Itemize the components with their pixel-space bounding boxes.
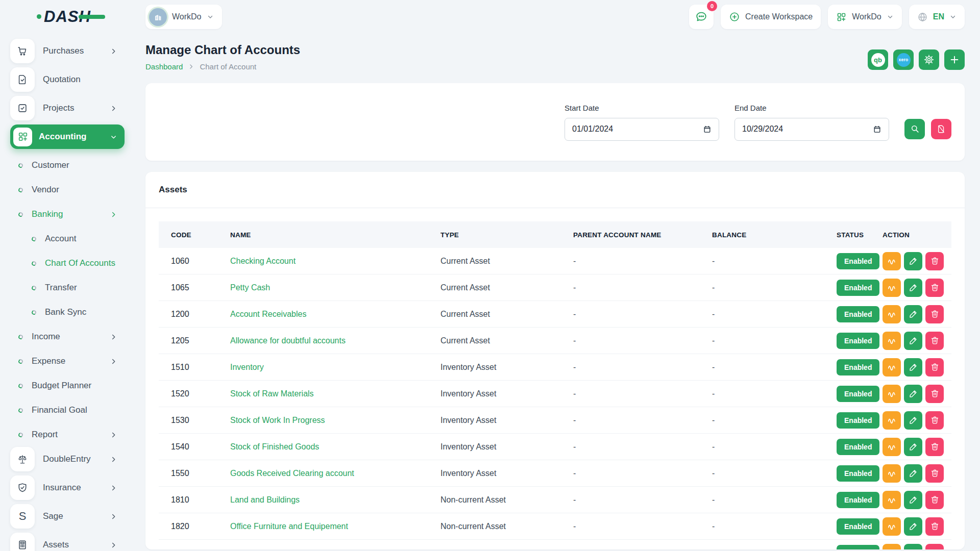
delete-button[interactable]	[925, 517, 944, 536]
status-badge[interactable]: Enabled	[837, 386, 879, 402]
calendar-icon[interactable]	[873, 125, 881, 134]
edit-button[interactable]	[904, 517, 922, 536]
status-badge[interactable]: Enabled	[837, 492, 879, 508]
transactions-button[interactable]	[883, 385, 901, 403]
transactions-button[interactable]	[883, 305, 901, 323]
wave-icon	[886, 415, 897, 426]
xero-button[interactable]: xero	[893, 49, 914, 70]
account-name-link[interactable]: Stock of Work In Progress	[230, 416, 325, 424]
sidebar-item-customer[interactable]: Customer	[10, 153, 125, 178]
sidebar-item-bank-sync[interactable]: Bank Sync	[10, 300, 125, 324]
messages-button[interactable]: 0	[689, 5, 714, 29]
transactions-button[interactable]	[883, 544, 901, 549]
pencil-icon	[909, 468, 918, 478]
create-workspace-button[interactable]: Create Workspace	[721, 5, 821, 29]
delete-button[interactable]	[925, 411, 944, 430]
sidebar-item-income[interactable]: Income	[10, 324, 125, 349]
delete-button[interactable]	[925, 464, 944, 483]
transactions-button[interactable]	[883, 279, 901, 297]
sidebar-item-projects[interactable]: Projects	[10, 96, 125, 120]
transactions-button[interactable]	[883, 438, 901, 456]
account-name-link[interactable]: Goods Received Clearing account	[230, 469, 354, 478]
delete-button[interactable]	[925, 358, 944, 377]
sidebar-item-budget-planner[interactable]: Budget Planner	[10, 373, 125, 398]
breadcrumb-dashboard-link[interactable]: Dashboard	[145, 62, 183, 71]
account-name-link[interactable]: Land and Buildings	[230, 495, 300, 504]
delete-button[interactable]	[925, 305, 944, 323]
status-badge[interactable]: Enabled	[837, 253, 879, 269]
edit-button[interactable]	[904, 491, 922, 509]
apply-filter-button[interactable]	[904, 119, 925, 139]
edit-button[interactable]	[904, 411, 922, 430]
account-name-link[interactable]: Account Receivables	[230, 310, 306, 318]
calendar-icon[interactable]	[703, 125, 712, 134]
account-name-link[interactable]: Inventory	[230, 363, 264, 371]
sidebar-item-assets[interactable]: Assets	[10, 533, 125, 551]
transactions-button[interactable]	[883, 332, 901, 350]
sidebar-item-quotation[interactable]: Quotation	[10, 67, 125, 92]
edit-button[interactable]	[904, 252, 922, 270]
sidebar-item-banking[interactable]: Banking	[10, 202, 125, 227]
language-selector[interactable]: EN	[909, 5, 965, 29]
sidebar-item-transfer[interactable]: Transfer	[10, 276, 125, 300]
edit-button[interactable]	[904, 544, 922, 549]
sidebar-item-report[interactable]: Report	[10, 422, 125, 447]
transactions-button[interactable]	[883, 517, 901, 536]
account-name-link[interactable]: Stock of Raw Materials	[230, 389, 314, 398]
transactions-button[interactable]	[883, 358, 901, 377]
add-account-button[interactable]	[944, 49, 965, 70]
account-name-link[interactable]: Checking Account	[230, 257, 296, 265]
table-header: CODENAMETYPEPARENT ACCOUNT NAMEBALANCEST…	[159, 221, 951, 248]
transactions-button[interactable]	[883, 491, 901, 509]
quickbooks-button[interactable]: qb	[868, 49, 888, 70]
edit-button[interactable]	[904, 305, 922, 323]
delete-button[interactable]	[925, 332, 944, 350]
status-badge[interactable]: Enabled	[837, 439, 879, 455]
sidebar-item-vendor[interactable]: Vendor	[10, 178, 125, 202]
sidebar-item-expense[interactable]: Expense	[10, 349, 125, 373]
status-badge[interactable]: Enabled	[837, 359, 879, 375]
edit-button[interactable]	[904, 438, 922, 456]
edit-button[interactable]	[904, 358, 922, 377]
delete-button[interactable]	[925, 385, 944, 403]
status-badge[interactable]: Enabled	[837, 545, 879, 549]
sidebar-item-accounting[interactable]: Accounting	[10, 124, 125, 149]
sidebar-item-purchases[interactable]: Purchases	[10, 39, 125, 63]
sidebar-item-chart-of-accounts[interactable]: Chart Of Accounts	[10, 251, 125, 276]
delete-button[interactable]	[925, 438, 944, 456]
status-badge[interactable]: Enabled	[837, 280, 879, 296]
account-name-link[interactable]: Petty Cash	[230, 283, 270, 292]
workdo-menu[interactable]: WorkDo	[828, 5, 902, 29]
edit-button[interactable]	[904, 332, 922, 350]
start-date-input[interactable]: 01/01/2024	[565, 118, 719, 141]
account-name-link[interactable]: Stock of Finished Goods	[230, 442, 319, 451]
sidebar-item-sage[interactable]: SSage	[10, 504, 125, 529]
delete-button[interactable]	[925, 252, 944, 270]
account-name-link[interactable]: Accum.depreciation-Furn. and Equip	[230, 548, 363, 549]
end-date-input[interactable]: 10/29/2024	[734, 118, 889, 141]
transactions-button[interactable]	[883, 411, 901, 430]
workspace-selector[interactable]: WorkDo	[145, 5, 222, 29]
status-badge[interactable]: Enabled	[837, 333, 879, 349]
account-name-link[interactable]: Allowance for doubtful accounts	[230, 336, 346, 345]
edit-button[interactable]	[904, 385, 922, 403]
brand-logo[interactable]: DASH	[44, 8, 91, 26]
status-badge[interactable]: Enabled	[837, 465, 879, 482]
settings-button[interactable]	[919, 49, 939, 70]
sidebar-item-doubleentry[interactable]: DoubleEntry	[10, 447, 125, 471]
reset-filter-button[interactable]	[931, 119, 951, 139]
edit-button[interactable]	[904, 279, 922, 297]
sidebar-item-financial-goal[interactable]: Financial Goal	[10, 398, 125, 422]
delete-button[interactable]	[925, 491, 944, 509]
edit-button[interactable]	[904, 464, 922, 483]
sidebar-item-insurance[interactable]: Insurance	[10, 475, 125, 500]
sidebar-item-account[interactable]: Account	[10, 227, 125, 251]
status-badge[interactable]: Enabled	[837, 518, 879, 535]
account-name-link[interactable]: Office Furniture and Equipement	[230, 522, 348, 531]
delete-button[interactable]	[925, 544, 944, 549]
delete-button[interactable]	[925, 279, 944, 297]
status-badge[interactable]: Enabled	[837, 306, 879, 322]
transactions-button[interactable]	[883, 464, 901, 483]
status-badge[interactable]: Enabled	[837, 412, 879, 429]
transactions-button[interactable]	[883, 252, 901, 270]
